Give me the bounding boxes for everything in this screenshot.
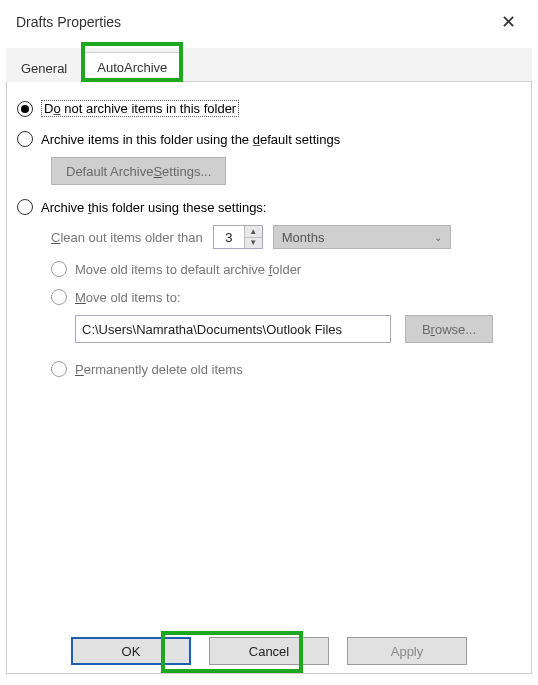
label-permanently-delete: Permanently delete old items <box>75 362 243 377</box>
clean-out-unit-label: Months <box>282 230 325 245</box>
tab-general[interactable]: General <box>6 53 82 82</box>
default-archive-settings-button: Default Archive Settings... <box>51 157 226 185</box>
apply-button: Apply <box>347 637 467 665</box>
dialog-button-bar: OK Cancel Apply <box>7 637 531 665</box>
spinner-down-icon[interactable]: ▼ <box>245 238 262 249</box>
label-archive-custom: Archive this folder using these settings… <box>41 200 266 215</box>
label-archive-default: Archive items in this folder using the d… <box>41 132 340 147</box>
radio-do-not-archive[interactable] <box>17 101 33 117</box>
ok-button[interactable]: OK <box>71 637 191 665</box>
label-do-not-archive: Do not archive items in this folder <box>41 100 239 117</box>
clean-out-unit-select[interactable]: Months ⌄ <box>273 225 451 249</box>
radio-permanently-delete <box>51 361 67 377</box>
radio-archive-default[interactable] <box>17 131 33 147</box>
tabstrip: General AutoArchive <box>6 48 532 82</box>
label-move-default: Move old items to default archive folder <box>75 262 301 277</box>
label-move-to: Move old items to: <box>75 290 181 305</box>
browse-button: Browse... <box>405 315 493 343</box>
move-to-path-input[interactable] <box>75 315 391 343</box>
tab-panel-autoarchive: Do not archive items in this folder Arch… <box>6 82 532 674</box>
dialog-title: Drafts Properties <box>16 14 121 30</box>
radio-move-default <box>51 261 67 277</box>
radio-archive-custom[interactable] <box>17 199 33 215</box>
clean-out-value[interactable] <box>214 226 244 248</box>
spinner-up-icon[interactable]: ▲ <box>245 226 262 238</box>
close-icon[interactable]: ✕ <box>495 11 522 33</box>
radio-move-to <box>51 289 67 305</box>
chevron-down-icon: ⌄ <box>434 232 442 243</box>
clean-out-spinner[interactable]: ▲ ▼ <box>213 225 263 249</box>
cancel-button[interactable]: Cancel <box>209 637 329 665</box>
tab-autoarchive[interactable]: AutoArchive <box>82 52 182 82</box>
label-clean-out: Clean out items older than <box>51 230 203 245</box>
